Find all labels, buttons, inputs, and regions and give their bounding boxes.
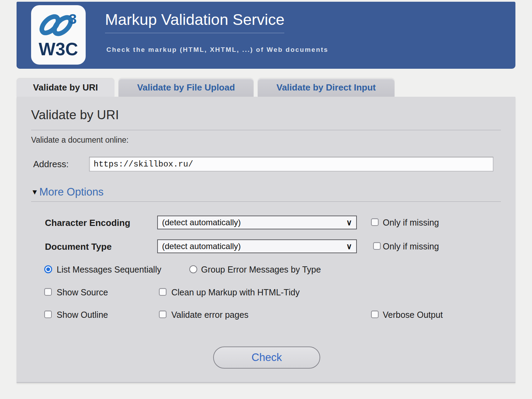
encoding-only-if-missing-checkbox[interactable]	[371, 218, 379, 226]
show-outline-checkbox[interactable]	[44, 311, 52, 318]
show-source-checkbox[interactable]	[44, 288, 52, 296]
address-input[interactable]	[89, 157, 493, 171]
check-button[interactable]: Check	[213, 346, 320, 369]
list-messages-sequentially-radio[interactable]	[44, 265, 52, 273]
tab-validate-by-file-upload[interactable]: Validate by File Upload	[118, 78, 254, 97]
character-encoding-select[interactable]: (detect automatically) ∨	[157, 216, 357, 229]
group-error-messages-radio[interactable]	[189, 265, 197, 273]
validate-by-uri-panel: Validate by URI Validate a document onli…	[17, 97, 515, 383]
chevron-down-icon: ∨	[346, 242, 352, 251]
show-source-label: Show Source	[57, 287, 108, 297]
page-header: 3 W3C Markup Validation Service Check th…	[17, 2, 515, 69]
validate-error-pages-label: Validate error pages	[171, 310, 248, 320]
clean-up-markup-label: Clean up Markup with HTML-Tidy	[171, 287, 300, 297]
tab-validate-by-direct-input[interactable]: Validate by Direct Input	[258, 78, 395, 97]
clean-up-markup-checkbox[interactable]	[159, 288, 167, 296]
more-options-toggle[interactable]: ▼ More Options	[31, 186, 104, 198]
validate-error-pages-checkbox[interactable]	[159, 311, 167, 318]
encoding-only-if-missing-label: Only if missing	[383, 218, 439, 228]
w3c-logo-icon: 3 W3C	[37, 11, 79, 59]
document-type-select[interactable]: (detect automatically) ∨	[157, 239, 357, 253]
address-label: Address:	[33, 159, 69, 170]
chevron-down-icon: ∨	[346, 218, 352, 227]
radio-dot	[46, 267, 50, 271]
divider	[31, 130, 501, 130]
validation-tabs: Validate by URI Validate by File Upload …	[17, 78, 395, 97]
document-type-selected-value: (detect automatically)	[162, 241, 241, 251]
triangle-down-icon: ▼	[31, 188, 38, 196]
character-encoding-label: Character Encoding	[45, 218, 130, 228]
show-outline-label: Show Outline	[57, 310, 108, 320]
divider	[31, 201, 501, 202]
panel-heading: Validate by URI	[31, 108, 119, 122]
doctype-only-if-missing-checkbox[interactable]	[373, 242, 381, 250]
more-options-label: More Options	[39, 186, 104, 198]
list-messages-sequentially-label: List Messages Sequentially	[57, 265, 161, 275]
logo-w3c-text: W3C	[39, 39, 78, 59]
site-subtitle: Check the markup (HTML, XHTML, ...) of W…	[106, 46, 329, 54]
character-encoding-selected-value: (detect automatically)	[162, 218, 241, 227]
document-type-label: Document Type	[45, 241, 112, 252]
site-title[interactable]: Markup Validation Service	[105, 11, 284, 33]
doctype-only-if-missing-label: Only if missing	[383, 241, 439, 251]
verbose-output-label: Verbose Output	[383, 310, 443, 320]
intro-text: Validate a document online:	[31, 135, 129, 145]
verbose-output-checkbox[interactable]	[371, 311, 379, 318]
w3c-logo[interactable]: 3 W3C	[31, 5, 86, 65]
group-error-messages-label: Group Error Messages by Type	[201, 265, 321, 275]
tab-validate-by-uri[interactable]: Validate by URI	[17, 78, 114, 97]
logo-superscript-3: 3	[69, 11, 77, 27]
